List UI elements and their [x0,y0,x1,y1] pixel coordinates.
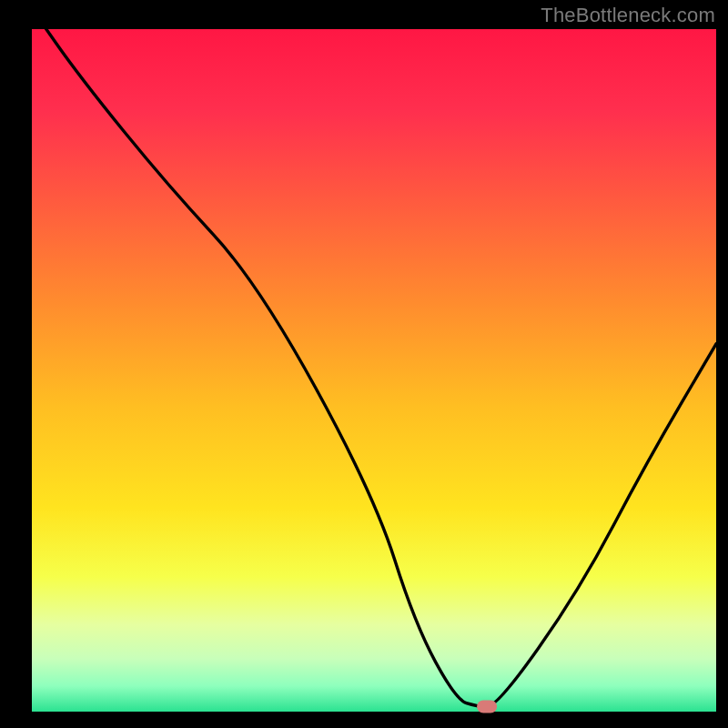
bottleneck-chart [32,29,716,713]
chart-svg [32,29,716,713]
gradient-background [32,29,716,713]
optimal-marker [477,701,497,713]
watermark-text: TheBottleneck.com [541,4,715,27]
chart-frame: TheBottleneck.com [0,0,728,728]
